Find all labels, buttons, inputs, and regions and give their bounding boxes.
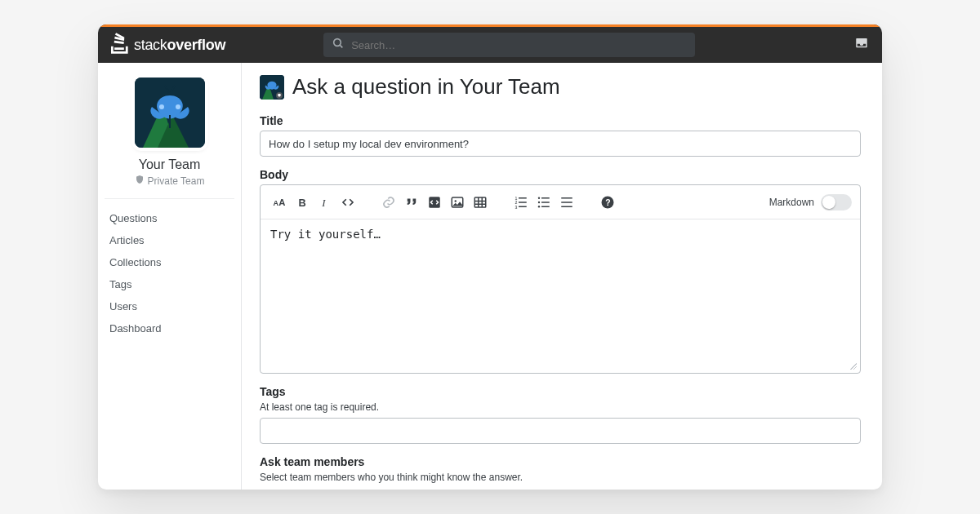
title-input[interactable] bbox=[260, 131, 861, 157]
svg-text:A: A bbox=[274, 198, 279, 206]
italic-button[interactable]: I bbox=[314, 192, 336, 213]
sidebar: Your Team Private Team Questions Article… bbox=[98, 63, 242, 490]
sidebar-item-questions[interactable]: Questions bbox=[105, 207, 234, 229]
search-wrap bbox=[323, 33, 695, 57]
ask-members-label: Ask team members bbox=[260, 455, 861, 468]
page-title: Ask a question in Your Team bbox=[292, 74, 560, 100]
svg-point-30 bbox=[538, 206, 540, 207]
team-card: Your Team Private Team bbox=[105, 78, 234, 199]
table-button[interactable] bbox=[470, 192, 491, 213]
svg-point-29 bbox=[538, 201, 540, 202]
search-icon bbox=[332, 37, 345, 53]
svg-rect-26 bbox=[519, 202, 527, 203]
editor: AA B I bbox=[260, 184, 861, 374]
svg-rect-34 bbox=[561, 197, 572, 199]
logo[interactable]: stackoverflow bbox=[111, 33, 225, 57]
stackoverflow-icon bbox=[111, 33, 129, 57]
svg-rect-33 bbox=[541, 206, 550, 207]
image-button[interactable] bbox=[447, 192, 468, 213]
app-window: stackoverflow bbox=[98, 24, 882, 490]
help-button[interactable]: ? bbox=[597, 192, 618, 213]
svg-text:3: 3 bbox=[515, 204, 518, 209]
svg-line-1 bbox=[340, 45, 342, 47]
bold-button[interactable]: B bbox=[292, 192, 313, 213]
sidebar-item-dashboard[interactable]: Dashboard bbox=[105, 317, 234, 339]
svg-rect-17 bbox=[474, 197, 486, 207]
svg-rect-5 bbox=[169, 115, 171, 128]
svg-point-28 bbox=[538, 197, 540, 198]
shield-icon bbox=[135, 175, 145, 187]
ask-members-sub: Select team members who you think might … bbox=[260, 472, 861, 483]
title-label: Title bbox=[260, 114, 861, 127]
sidebar-item-users[interactable]: Users bbox=[105, 295, 234, 317]
logo-text: stackoverflow bbox=[134, 37, 225, 54]
ordered-list-button[interactable]: 123 bbox=[510, 192, 532, 213]
nav-list: Questions Articles Collections Tags User… bbox=[105, 207, 234, 339]
sidebar-item-articles[interactable]: Articles bbox=[105, 229, 234, 251]
svg-point-3 bbox=[159, 104, 164, 109]
hr-button[interactable] bbox=[556, 192, 577, 213]
svg-text:B: B bbox=[299, 196, 306, 208]
svg-rect-32 bbox=[541, 202, 550, 203]
team-sub: Private Team bbox=[135, 175, 205, 187]
svg-rect-25 bbox=[519, 197, 527, 199]
link-button[interactable] bbox=[378, 192, 399, 213]
markdown-label: Markdown bbox=[769, 197, 814, 208]
sidebar-item-collections[interactable]: Collections bbox=[105, 251, 234, 273]
svg-rect-27 bbox=[519, 206, 527, 207]
tags-label: Tags bbox=[260, 385, 861, 398]
inbox-icon[interactable] bbox=[854, 36, 869, 54]
resize-handle[interactable] bbox=[261, 365, 860, 373]
content: Your Team Private Team Questions Article… bbox=[98, 63, 882, 490]
markdown-toggle[interactable] bbox=[821, 194, 852, 210]
svg-point-16 bbox=[455, 200, 457, 202]
search-box[interactable] bbox=[323, 33, 695, 57]
svg-text:I: I bbox=[321, 197, 326, 208]
svg-rect-31 bbox=[541, 197, 550, 199]
svg-text:?: ? bbox=[605, 197, 610, 206]
body-label: Body bbox=[260, 168, 861, 181]
svg-text:A: A bbox=[278, 197, 285, 206]
svg-rect-35 bbox=[561, 202, 572, 203]
tags-sub: At least one tag is required. bbox=[260, 401, 861, 413]
sidebar-item-tags[interactable]: Tags bbox=[105, 273, 234, 295]
body-textarea[interactable] bbox=[261, 219, 860, 365]
heading-button[interactable]: AA bbox=[269, 192, 290, 213]
unordered-list-button[interactable] bbox=[533, 192, 555, 213]
topbar: stackoverflow bbox=[98, 24, 882, 63]
code-button[interactable] bbox=[337, 192, 359, 213]
team-sub-label: Private Team bbox=[148, 175, 205, 187]
team-avatar[interactable] bbox=[135, 78, 205, 148]
svg-point-4 bbox=[176, 104, 180, 109]
team-name: Your Team bbox=[139, 157, 201, 172]
svg-rect-36 bbox=[561, 206, 572, 207]
main: Ask a question in Your Team Title Body A… bbox=[242, 63, 882, 490]
svg-point-0 bbox=[334, 39, 341, 47]
page-heading: Ask a question in Your Team bbox=[260, 74, 861, 100]
search-input[interactable] bbox=[351, 39, 687, 51]
snippet-button[interactable] bbox=[424, 192, 445, 213]
tags-input[interactable] bbox=[260, 418, 861, 444]
quote-button[interactable] bbox=[401, 192, 422, 213]
editor-toolbar: AA B I bbox=[261, 185, 860, 219]
team-avatar-small bbox=[260, 75, 284, 100]
